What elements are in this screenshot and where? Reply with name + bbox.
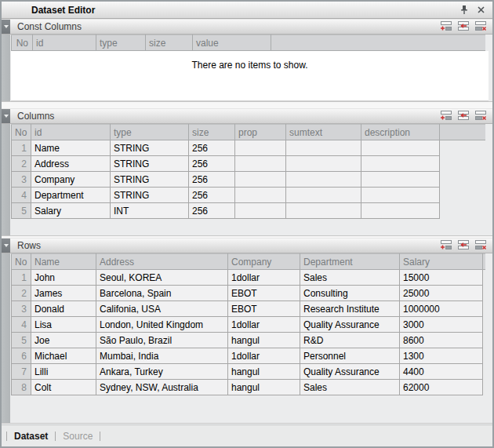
data-cell[interactable]: Consulting [300,286,400,301]
data-cell[interactable]: Department [31,188,111,203]
close-icon[interactable] [475,5,486,16]
data-cell[interactable] [235,156,286,172]
table-row[interactable]: 2AddressSTRING256 [12,156,486,172]
add-row-icon [440,110,452,123]
collapse-button[interactable] [2,239,10,253]
table-row[interactable]: 3CompanySTRING256 [12,172,486,188]
data-cell[interactable] [361,156,440,172]
data-cell[interactable] [286,156,361,172]
data-cell[interactable]: 25000 [400,286,483,301]
data-cell[interactable]: Seoul, KOREA [96,270,228,286]
data-cell[interactable]: Joe [31,333,96,348]
data-cell[interactable]: 256 [189,188,235,203]
data-cell[interactable]: Quality Assurance [300,364,400,380]
data-cell[interactable]: 8600 [400,333,483,348]
data-cell[interactable]: Colt [31,380,96,395]
table-row[interactable]: 2JamesBarcelona, SpainEBOTConsulting2500… [12,286,486,301]
data-cell[interactable]: Sales [300,270,400,286]
data-cell[interactable]: STRING [111,156,189,172]
data-cell[interactable]: Salary [31,203,111,219]
data-cell[interactable]: Michael [31,348,96,364]
table-row[interactable]: 5SalaryINT256 [12,203,486,219]
data-cell[interactable]: Lilli [31,364,96,380]
data-cell[interactable] [361,140,440,156]
collapse-button[interactable] [2,20,10,34]
data-cell[interactable]: hangul [228,333,300,348]
insert-row-button[interactable] [456,21,470,33]
data-cell[interactable] [286,172,361,188]
add-row-button[interactable] [439,111,452,122]
data-cell[interactable]: hangul [228,380,300,395]
data-cell[interactable]: 1dollar [228,270,300,286]
table-row[interactable]: 3DonaldCalifonia, USAEBOTResearch Instit… [12,301,486,317]
data-cell[interactable]: James [31,286,96,301]
data-cell[interactable] [361,203,440,219]
data-cell[interactable] [235,140,286,156]
data-cell[interactable]: 15000 [400,270,483,286]
table-row[interactable]: 4LisaLondon, United Kingdom1dollarQualit… [12,317,486,333]
table-row[interactable]: 1JohnSeoul, KOREA1dollarSales15000 [12,270,486,286]
table-row[interactable]: 5JoeSão Paulo, BrazilhangulR&D8600 [12,333,486,348]
data-cell[interactable]: São Paulo, Brazil [96,333,228,348]
data-cell[interactable]: Research Institute [300,301,400,317]
data-cell[interactable]: EBOT [228,301,300,317]
data-cell[interactable] [361,172,440,188]
data-cell[interactable] [361,188,440,203]
insert-row-button[interactable] [456,111,470,122]
data-cell[interactable]: STRING [111,172,189,188]
data-cell[interactable] [235,188,286,203]
data-cell[interactable]: Lisa [31,317,96,333]
data-cell[interactable]: 62000 [400,380,483,395]
table-row[interactable]: 4DepartmentSTRING256 [12,188,486,203]
data-cell[interactable]: hangul [228,364,300,380]
data-cell[interactable]: 256 [189,172,235,188]
data-cell[interactable]: 256 [189,203,235,219]
data-cell[interactable]: STRING [111,188,189,203]
data-cell[interactable]: Name [31,140,111,156]
tab-dataset[interactable]: Dataset [14,431,48,442]
data-cell[interactable]: Sales [300,380,400,395]
data-cell[interactable]: 1dollar [228,348,300,364]
data-cell[interactable] [286,203,361,219]
data-cell[interactable]: London, United Kingdom [96,317,228,333]
data-cell[interactable]: 256 [189,156,235,172]
collapse-button[interactable] [2,109,10,123]
data-cell[interactable]: John [31,270,96,286]
add-row-button[interactable] [439,240,452,252]
insert-row-button[interactable] [456,240,470,252]
data-cell[interactable]: STRING [111,140,189,156]
data-cell[interactable]: EBOT [228,286,300,301]
table-row[interactable]: 7LilliAnkara, TurkeyhangulQuality Assura… [12,364,486,380]
data-cell[interactable] [286,188,361,203]
data-cell[interactable]: Sydney, NSW, Australia [96,380,228,395]
data-cell[interactable]: INT [111,203,189,219]
data-cell[interactable]: 1300 [400,348,483,364]
data-cell[interactable] [235,203,286,219]
data-cell[interactable]: 256 [189,140,235,156]
data-cell[interactable]: 4400 [400,364,483,380]
data-cell[interactable] [235,172,286,188]
delete-row-button[interactable] [474,240,487,252]
tab-source[interactable]: Source [63,431,93,442]
data-cell[interactable]: 1dollar [228,317,300,333]
data-cell[interactable]: Barcelona, Spain [96,286,228,301]
data-cell[interactable] [286,140,361,156]
delete-row-button[interactable] [474,21,487,33]
data-cell[interactable]: Company [31,172,111,188]
data-cell[interactable]: Personnel [300,348,400,364]
add-row-button[interactable] [439,21,452,33]
data-cell[interactable]: 3000 [400,317,483,333]
data-cell[interactable]: Mumbai, India [96,348,228,364]
data-cell[interactable]: Donald [31,301,96,317]
data-cell[interactable]: 1000000 [400,301,483,317]
data-cell[interactable]: Ankara, Turkey [96,364,228,380]
delete-row-button[interactable] [474,111,487,122]
table-row[interactable]: 8ColtSydney, NSW, AustraliahangulSales62… [12,380,486,395]
table-row[interactable]: 1NameSTRING256 [12,140,486,156]
data-cell[interactable]: Address [31,156,111,172]
data-cell[interactable]: Califonia, USA [96,301,228,317]
pin-icon[interactable] [459,5,470,16]
data-cell[interactable]: Quality Assurance [300,317,400,333]
table-row[interactable]: 6MichaelMumbai, India1dollarPersonnel130… [12,348,486,364]
data-cell[interactable]: R&D [300,333,400,348]
